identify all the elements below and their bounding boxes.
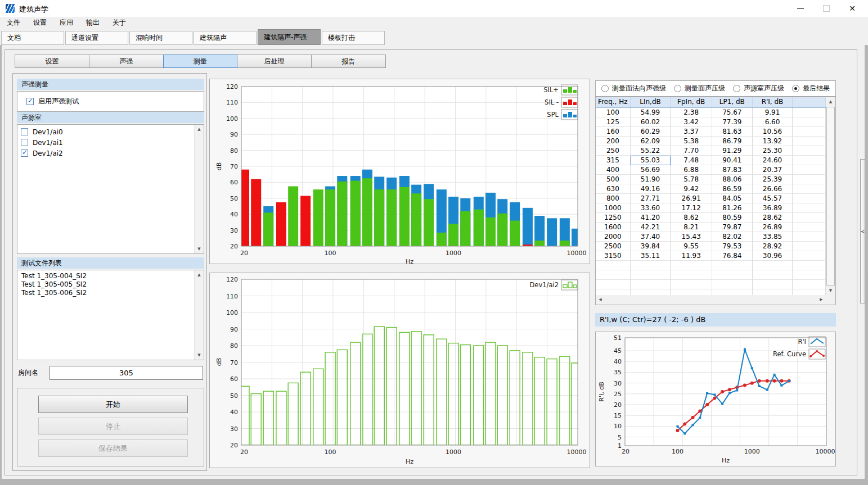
table-cell[interactable] [753, 261, 793, 270]
table-cell[interactable] [671, 289, 712, 295]
table-cell[interactable]: 86.59 [712, 184, 753, 194]
table-cell[interactable]: 2.38 [671, 108, 712, 117]
minimize-button[interactable] [788, 0, 813, 17]
radio-icon[interactable] [792, 85, 799, 92]
menu-item-0[interactable]: 文件 [1, 17, 26, 29]
result-view-option-1[interactable]: 测量面声压级 [674, 84, 725, 93]
table-cell[interactable] [793, 289, 826, 295]
table-cell[interactable] [793, 175, 826, 184]
subtab-4[interactable]: 报告 [311, 55, 386, 68]
table-cell[interactable]: 2000 [596, 232, 631, 242]
table-cell[interactable] [631, 270, 671, 280]
table-cell[interactable]: 56.69 [631, 165, 671, 175]
scroll-up-icon[interactable]: ▲ [195, 270, 204, 279]
table-cell[interactable]: 5.78 [671, 175, 712, 184]
table-cell[interactable]: 42.21 [631, 223, 671, 232]
channel-checkbox[interactable] [21, 139, 28, 146]
table-cell[interactable]: 7.70 [671, 146, 712, 156]
table-cell[interactable]: 45.57 [753, 194, 793, 203]
menu-item-4[interactable]: 关于 [106, 17, 132, 29]
file-list-item[interactable]: Test 1_305-006_SI2 [17, 289, 204, 297]
tab-1[interactable]: 通道设置 [65, 31, 128, 45]
table-cell[interactable]: 6.60 [753, 117, 793, 127]
table-cell[interactable] [793, 232, 826, 242]
table-cell[interactable]: 17.12 [671, 203, 712, 213]
channel-checkbox[interactable] [21, 128, 28, 135]
table-cell[interactable]: 1250 [596, 213, 631, 223]
table-cell[interactable]: 28.62 [753, 213, 793, 223]
scroll-up-icon[interactable]: ▲ [195, 125, 204, 134]
table-cell[interactable]: 250 [596, 146, 631, 156]
table-cell[interactable] [793, 165, 826, 175]
scroll-right-icon[interactable]: ▶ [817, 295, 826, 305]
table-cell[interactable]: 5.38 [671, 137, 712, 146]
file-list-item[interactable]: Test 1_305-005_SI2 [17, 280, 204, 289]
table-cell[interactable]: 33.60 [631, 203, 671, 213]
table-cell[interactable]: 15.43 [671, 232, 712, 242]
radio-icon[interactable] [674, 85, 681, 92]
maximize-button[interactable] [813, 0, 839, 17]
table-cell[interactable] [671, 270, 712, 280]
table-cell[interactable]: 54.99 [631, 108, 671, 117]
table-cell[interactable] [793, 117, 826, 127]
table-cell[interactable]: 27.71 [631, 194, 671, 203]
table-cell[interactable] [793, 280, 826, 289]
table-cell[interactable]: 160 [596, 127, 631, 137]
table-cell[interactable]: 28.92 [753, 242, 793, 251]
subtab-3[interactable]: 后处理 [237, 55, 312, 68]
table-cell[interactable]: 55.22 [631, 146, 671, 156]
table-cell[interactable] [793, 203, 826, 213]
table-cell[interactable] [793, 261, 826, 270]
table-cell[interactable]: 9.55 [671, 242, 712, 251]
table-cell[interactable] [793, 223, 826, 232]
table-cell[interactable]: 10.56 [753, 127, 793, 137]
table-cell[interactable]: 39.84 [631, 242, 671, 251]
table-cell[interactable]: 79.53 [712, 242, 753, 251]
table-cell[interactable]: 33.85 [753, 232, 793, 242]
table-cell[interactable]: 9.91 [753, 108, 793, 117]
table-cell[interactable]: 86.79 [712, 137, 753, 146]
menu-item-2[interactable]: 应用 [53, 17, 79, 29]
table-cell[interactable]: 8.21 [671, 223, 712, 232]
tab-3[interactable]: 建筑隔声 [194, 31, 257, 45]
table-cell[interactable]: 3.42 [671, 117, 712, 127]
channel-list-scrollbar[interactable]: ▲ ▼ [194, 125, 204, 253]
channel-row[interactable]: Dev1/ai0 [17, 126, 204, 137]
table-cell[interactable] [793, 270, 826, 280]
scroll-down-icon[interactable]: ▼ [826, 286, 835, 295]
table-header-cell[interactable]: FpIn, dB [671, 97, 712, 107]
table-cell[interactable]: 3.37 [671, 127, 712, 137]
table-cell[interactable] [712, 289, 753, 295]
table-cell[interactable]: 25.39 [753, 175, 793, 184]
table-cell[interactable]: 200 [596, 137, 631, 146]
selected-table-cell[interactable]: 55.03 [631, 156, 671, 165]
table-cell[interactable]: 11.93 [671, 251, 712, 261]
table-cell[interactable] [596, 261, 631, 270]
table-cell[interactable]: 88.06 [712, 175, 753, 184]
menu-item-1[interactable]: 设置 [27, 17, 53, 29]
table-cell[interactable]: 25.30 [753, 146, 793, 156]
table-cell[interactable]: 1600 [596, 223, 631, 232]
table-cell[interactable] [793, 127, 826, 137]
table-cell[interactable]: 8.62 [671, 213, 712, 223]
table-cell[interactable] [793, 137, 826, 146]
table-cell[interactable] [631, 261, 671, 270]
save-results-button[interactable]: 保存结果 [38, 439, 188, 457]
table-cell[interactable] [793, 146, 826, 156]
subtab-2[interactable]: 测量 [163, 55, 238, 68]
table-cell[interactable]: 26.89 [753, 223, 793, 232]
table-horizontal-scrollbar[interactable]: ◀ ▶ [596, 295, 826, 305]
table-cell[interactable]: 37.40 [631, 232, 671, 242]
result-view-option-0[interactable]: 测量面法向声强级 [601, 84, 666, 93]
table-cell[interactable]: 79.87 [712, 223, 753, 232]
table-cell[interactable]: 41.20 [631, 213, 671, 223]
table-cell[interactable]: 77.39 [712, 117, 753, 127]
table-cell[interactable]: 60.02 [631, 117, 671, 127]
enable-si-row[interactable]: ✓ 启用声强测试 [17, 92, 204, 111]
table-cell[interactable]: 90.41 [712, 156, 753, 165]
table-cell[interactable] [753, 280, 793, 289]
start-button[interactable]: 开始 [38, 396, 188, 413]
table-cell[interactable]: 20.37 [753, 165, 793, 175]
table-cell[interactable]: 3150 [596, 251, 631, 261]
scroll-down-icon[interactable]: ▼ [195, 351, 204, 360]
